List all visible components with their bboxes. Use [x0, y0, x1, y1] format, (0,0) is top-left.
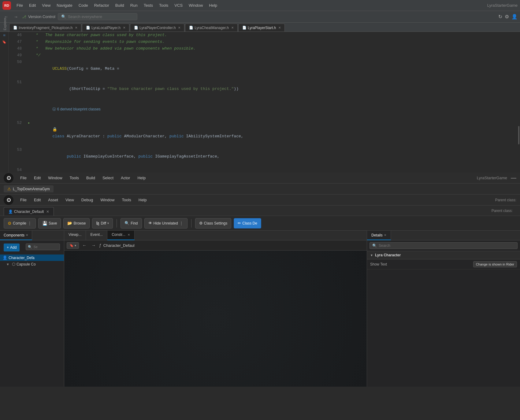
bp-menu-asset[interactable]: Asset	[45, 196, 61, 203]
bp-menu-window[interactable]: Window	[97, 196, 117, 203]
menu-code[interactable]: Code	[76, 2, 91, 9]
menu-help[interactable]: Help	[206, 2, 220, 9]
code-content[interactable]: 46 * The base character pawn class used …	[9, 32, 520, 173]
left-gutter: ≡ 🔖	[0, 32, 9, 173]
vp-forward-button[interactable]: →	[90, 242, 97, 249]
menu-view[interactable]: View	[39, 2, 53, 9]
compile-more-icon[interactable]: ⋮	[28, 221, 32, 226]
bp-menu-tools[interactable]: Tools	[119, 196, 134, 203]
ue-minimize-icon[interactable]: —	[511, 175, 516, 181]
search-small-icon: 🔍	[28, 245, 32, 249]
menu-build[interactable]: Build	[113, 2, 127, 9]
details-search-bar[interactable]: 🔍	[370, 242, 518, 249]
menu-file[interactable]: File	[14, 2, 25, 9]
tab-components[interactable]: Components ✕	[0, 231, 32, 240]
class-defaults-button[interactable]: ✏ Class De	[234, 218, 261, 229]
file-icon-5: 📄	[242, 26, 247, 30]
tab-viewport[interactable]: Viewp...	[64, 231, 86, 240]
bp-menu-help[interactable]: Help	[136, 196, 150, 203]
tab-constr-close[interactable]: ✕	[128, 233, 130, 236]
search-input[interactable]	[68, 14, 129, 19]
bp-menu-view[interactable]: View	[62, 196, 77, 203]
ue-menu-help[interactable]: Help	[134, 174, 149, 181]
diff-button[interactable]: ⧎ Diff ▾	[92, 218, 113, 229]
bp-menu-file[interactable]: File	[17, 196, 30, 203]
bookmark-gutter-52: ●	[28, 120, 30, 127]
menu-vcs[interactable]: VCS	[172, 2, 185, 9]
ue-menu-actor[interactable]: Actor	[118, 174, 133, 181]
tab-close-3[interactable]: ✕	[178, 26, 180, 29]
vp-label: Character_Defaul	[103, 243, 135, 248]
details-section-lyra-character[interactable]: ▼ Lyra Character	[367, 251, 520, 259]
menu-edit[interactable]: Edit	[27, 2, 38, 9]
tab-lyracheatmanager[interactable]: 📄 LyraCheatManager.h ✕	[185, 24, 238, 32]
tab-close-1[interactable]: ✕	[75, 26, 77, 29]
comp-item-character-default[interactable]: 👤 Character_Defa	[0, 255, 64, 261]
refresh-icon[interactable]: ↻	[498, 14, 502, 20]
menu-tools[interactable]: Tools	[157, 2, 171, 9]
tab-inventoryfragment[interactable]: 📄 InventoryFragment_PickupIcon.h ✕	[9, 24, 81, 32]
tab-lyralocalplayer[interactable]: 📄 LyraLocalPlayer.h ✕	[82, 24, 129, 32]
menu-tests[interactable]: Tests	[141, 2, 155, 9]
save-button[interactable]: 💾 Save	[38, 218, 61, 229]
menu-navigate[interactable]: Navigate	[54, 2, 75, 9]
tab-lyraplayercontroller[interactable]: 📄 LyraPlayerController.h ✕	[130, 24, 184, 32]
comp-item-capsule[interactable]: ▼ ⬡ Capsule Co	[0, 261, 64, 267]
editor-tabs: Explorer 📄 InventoryFragment_PickupIcon.…	[0, 23, 520, 32]
component-search[interactable]: 🔍	[26, 243, 60, 250]
bp-menu-edit[interactable]: Edit	[31, 196, 44, 203]
tab-constr[interactable]: Constr... ✕	[107, 231, 135, 240]
toolbar-separator-2	[191, 219, 191, 228]
search-icon: 🔍	[61, 14, 66, 19]
ue-menu-edit[interactable]: Edit	[31, 174, 44, 181]
bp-menu-debug[interactable]: Debug	[78, 196, 96, 203]
details-search-input[interactable]	[379, 243, 515, 248]
tab-components-close[interactable]: ✕	[26, 233, 28, 237]
ue-menu-tools[interactable]: Tools	[67, 174, 82, 181]
profile-icon[interactable]: 👤	[511, 14, 518, 20]
ue-menu-window[interactable]: Window	[45, 174, 65, 181]
ue-menu-select[interactable]: Select	[99, 174, 117, 181]
viewport-graph[interactable]	[64, 251, 367, 387]
hide-unrelated-button[interactable]: 👁 Hide Unrelated ⋮	[144, 218, 188, 229]
browse-icon: 📂	[67, 221, 72, 225]
forward-button[interactable]: →	[12, 13, 20, 20]
vcs-label[interactable]: Version Control	[28, 14, 55, 19]
vp-back-button[interactable]: ←	[81, 242, 88, 249]
menu-run[interactable]: Run	[128, 2, 140, 9]
level-tab[interactable]: ⚠ L_TopDownArenaGym	[4, 185, 54, 192]
compile-icon: ⚙	[8, 221, 12, 226]
component-search-input[interactable]	[33, 245, 58, 249]
tab-details[interactable]: Details ✕	[367, 231, 391, 240]
explorer-strip[interactable]: Explorer	[2, 23, 7, 32]
browse-button[interactable]: 📂 Browse	[63, 218, 90, 229]
find-button[interactable]: 🔍 Find	[121, 218, 142, 229]
hide-more-icon[interactable]: ⋮	[179, 221, 184, 226]
explorer-icon[interactable]: ≡	[2, 34, 6, 36]
settings-icon[interactable]: ⚙	[505, 14, 509, 20]
tab-close-5[interactable]: ✕	[278, 26, 281, 29]
menu-window[interactable]: Window	[186, 2, 205, 9]
bp-tab-close[interactable]: ✕	[46, 210, 49, 214]
save-icon: 💾	[42, 221, 47, 226]
add-component-button[interactable]: + Add	[4, 243, 20, 251]
menu-refactor[interactable]: Refactor	[92, 2, 112, 9]
diff-arrow-icon[interactable]: ▾	[107, 221, 109, 225]
ue-menu-build[interactable]: Build	[83, 174, 98, 181]
tab-lyraplayerstart[interactable]: 📄 LyraPlayerStart.h ✕	[238, 24, 285, 32]
tab-event[interactable]: Event...	[86, 231, 107, 240]
ue-logo-2: ⊙	[4, 195, 13, 205]
bookmark-icon[interactable]: 🔖	[2, 40, 6, 44]
components-panel: Components ✕ + Add 🔍 👤 Character_Defa	[0, 231, 64, 387]
ue-menubar: ⊙ File Edit Window Tools Build Select Ac…	[0, 173, 520, 184]
details-close-icon[interactable]: ✕	[384, 233, 386, 237]
bp-tab-character-default[interactable]: 👤 Character_Default ✕	[4, 207, 54, 216]
vp-bookmark-button[interactable]: 🔖 ▾	[67, 242, 79, 249]
search-bar[interactable]: 🔍	[58, 13, 137, 20]
compile-button[interactable]: ⚙ Compile ⋮	[4, 218, 36, 229]
class-settings-button[interactable]: ⚙ Class Settings	[195, 218, 232, 229]
tab-close-2[interactable]: ✕	[123, 26, 125, 29]
ue-menu-file[interactable]: File	[17, 174, 30, 181]
tab-close-4[interactable]: ✕	[231, 26, 234, 29]
lock-icon-52: 🔒	[52, 127, 57, 132]
